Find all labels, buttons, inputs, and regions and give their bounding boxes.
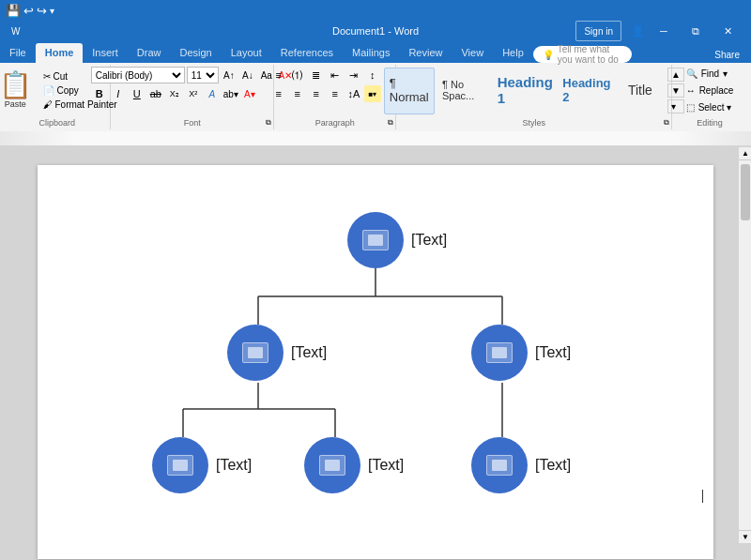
tab-draw[interactable]: Draw: [128, 43, 171, 63]
editing-group: 🔍 Find ▾ ↔ Replace ⬚ Select ▾ Editing: [672, 65, 747, 129]
style-no-spacing[interactable]: ¶ No Spac...: [437, 68, 492, 114]
title-btn-minimize[interactable]: ─: [648, 21, 680, 41]
node-root[interactable]: [Text]: [347, 212, 447, 268]
font-color-button[interactable]: A▾: [241, 85, 258, 102]
font-label: Font: [184, 118, 201, 128]
node-left-icon: [242, 342, 268, 363]
select-button[interactable]: ⬚ Select ▾: [682, 100, 736, 114]
lightbulb-icon: 💡: [543, 50, 554, 60]
node-left[interactable]: [Text]: [227, 325, 327, 381]
bold-button[interactable]: B: [91, 85, 108, 102]
font-size-select[interactable]: 11: [187, 67, 219, 83]
shrink-font-button[interactable]: A↓: [239, 67, 256, 83]
node-rl-icon: [486, 455, 513, 476]
superscript-button[interactable]: X²: [185, 85, 202, 102]
signin-button[interactable]: Sign in: [575, 21, 621, 41]
clipboard-label: Clipboard: [38, 118, 75, 128]
underline-button[interactable]: U: [129, 85, 146, 102]
align-right-button[interactable]: ≡: [308, 85, 325, 102]
tab-mailings[interactable]: Mailings: [343, 43, 399, 63]
node-lr[interactable]: [Text]: [304, 437, 404, 493]
scroll-up-button[interactable]: ▲: [739, 147, 751, 160]
title-btn-close[interactable]: ✕: [712, 21, 743, 41]
tab-review[interactable]: Review: [399, 43, 452, 63]
tell-me-label: Tell me what you want to do: [558, 44, 623, 65]
node-lr-icon: [319, 455, 345, 476]
paragraph-label: Paragraph: [315, 118, 355, 128]
styles-dialog-launcher[interactable]: ⧉: [664, 118, 669, 128]
style-title[interactable]: Title: [617, 68, 664, 114]
style-normal[interactable]: ¶ Normal: [384, 68, 436, 114]
node-ll[interactable]: [Text]: [152, 437, 252, 493]
replace-button[interactable]: ↔ Replace: [682, 83, 738, 98]
bullets-button[interactable]: ≡: [270, 67, 287, 83]
tab-file[interactable]: File: [0, 43, 36, 63]
tab-references[interactable]: References: [271, 43, 343, 63]
vertical-scrollbar[interactable]: ▲ ▼: [738, 147, 751, 543]
org-chart[interactable]: [Text] [Text] [Text] [T: [113, 203, 638, 522]
tab-design[interactable]: Design: [170, 43, 221, 63]
tab-view[interactable]: View: [452, 43, 493, 63]
sort-button[interactable]: ↕: [364, 67, 381, 83]
customize-icon[interactable]: ▾: [50, 6, 54, 16]
node-right[interactable]: [Text]: [471, 325, 571, 381]
title-btn-restore[interactable]: ⧉: [680, 21, 712, 41]
subscript-button[interactable]: X₂: [166, 85, 183, 102]
paste-button[interactable]: 📋 Paste: [0, 68, 38, 113]
grow-font-button[interactable]: A↑: [221, 67, 238, 83]
node-rl[interactable]: [Text]: [471, 437, 571, 493]
paragraph-group: ≡ ⑴ ≣ ⇤ ⇥ ↕ ¶ ≡ ≡ ≡ ≡ ↕A ■▾ ▦▾ Paragraph…: [274, 65, 396, 129]
node-right-icon: [486, 342, 513, 363]
find-button[interactable]: 🔍 Find ▾: [682, 67, 731, 81]
redo-icon[interactable]: ↪: [37, 4, 47, 18]
node-root-text: [Text]: [411, 232, 447, 249]
node-root-circle: [347, 212, 404, 268]
tab-help[interactable]: Help: [493, 43, 533, 63]
decrease-indent-button[interactable]: ⇤: [327, 67, 344, 83]
tab-insert[interactable]: Insert: [83, 43, 128, 63]
node-left-text: [Text]: [291, 344, 327, 361]
style-heading2[interactable]: Heading 2: [559, 68, 615, 114]
style-heading1[interactable]: Heading 1: [494, 68, 557, 114]
tell-me-input[interactable]: 💡 Tell me what you want to do: [533, 46, 633, 63]
node-ll-icon: [167, 455, 193, 476]
align-row: ≡ ≡ ≡ ≡ ↕A ■▾ ▦▾: [270, 85, 400, 102]
italic-button[interactable]: I: [110, 85, 127, 102]
strikethrough-button[interactable]: ab: [147, 85, 164, 102]
list-row: ≡ ⑴ ≣ ⇤ ⇥ ↕ ¶: [270, 67, 400, 83]
tab-home[interactable]: Home: [36, 43, 84, 63]
select-icon: ⬚: [686, 102, 695, 113]
document-area[interactable]: [Text] [Text] [Text] [T: [0, 146, 751, 560]
document-page: [Text] [Text] [Text] [T: [38, 165, 713, 559]
justify-button[interactable]: ≡: [327, 85, 344, 102]
node-root-icon: [362, 230, 389, 250]
ribbon-content: 📋 Paste ✂ Cut 📄 Copy 🖌 Format Painter Cl…: [0, 63, 751, 131]
increase-indent-button[interactable]: ⇥: [345, 67, 362, 83]
ruler: [0, 131, 751, 146]
node-right-text: [Text]: [535, 344, 571, 361]
multilevel-button[interactable]: ≣: [308, 67, 325, 83]
scroll-thumb[interactable]: [741, 164, 750, 220]
align-center-button[interactable]: ≡: [289, 85, 306, 102]
save-icon[interactable]: 💾: [6, 4, 21, 18]
tab-layout[interactable]: Layout: [222, 43, 271, 63]
ribbon-tabs: File Home Insert Draw Design Layout Refe…: [0, 41, 751, 63]
numbering-button[interactable]: ⑴: [289, 67, 306, 83]
node-lr-circle: [304, 437, 360, 493]
font-format-row: B I U ab X₂ X² A ab▾ A▾: [91, 85, 258, 102]
node-ll-circle: [152, 437, 208, 493]
line-spacing-button[interactable]: ↕A: [345, 85, 362, 102]
text-effect-button[interactable]: A: [204, 85, 221, 102]
title-bar: W Document1 - Word Sign in 👤 ─ ⧉ ✕: [0, 21, 751, 41]
text-highlight-button[interactable]: ab▾: [222, 85, 239, 102]
shading-button[interactable]: ■▾: [364, 85, 381, 102]
node-lr-text: [Text]: [368, 457, 404, 474]
font-name-select[interactable]: Calibri (Body): [91, 67, 185, 83]
editing-label: Editing: [697, 118, 723, 128]
profile-icon[interactable]: 👤: [627, 21, 648, 41]
align-left-button[interactable]: ≡: [270, 85, 287, 102]
scroll-down-button[interactable]: ▼: [739, 530, 751, 543]
node-right-circle: [471, 325, 528, 381]
share-button[interactable]: Share: [707, 46, 747, 63]
undo-icon[interactable]: ↩: [23, 4, 34, 18]
